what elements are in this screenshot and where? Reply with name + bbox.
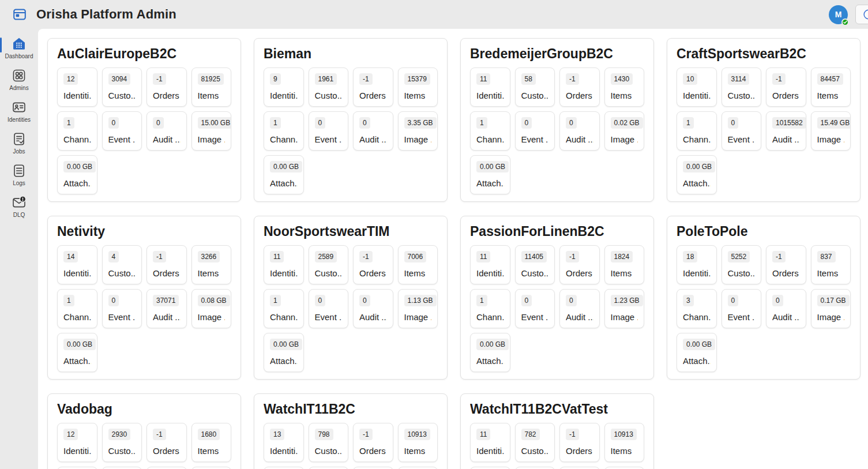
stat-tile[interactable]: 1824 Items <box>604 245 645 284</box>
sidebar-item-identities[interactable]: Identities <box>0 96 38 127</box>
stat-tile-empty[interactable] <box>57 467 97 469</box>
stat-tile-empty[interactable] <box>470 467 510 469</box>
stat-tile[interactable]: 10 Identiti... <box>677 67 717 107</box>
stat-tile[interactable]: 3266 Items <box>191 245 232 284</box>
stat-tile[interactable]: 0 Audit ... <box>559 289 600 328</box>
stat-tile[interactable]: 0.00 GB Attach... <box>57 155 97 194</box>
stat-tile[interactable]: 1 Chann... <box>470 289 510 328</box>
stat-tile[interactable]: 14 Identiti... <box>57 245 97 284</box>
stat-tile[interactable]: 10913 Items <box>604 423 645 462</box>
stat-tile[interactable]: 1015582 Audit ... <box>766 111 806 151</box>
stat-tile[interactable]: 1 Chann... <box>57 289 97 328</box>
stat-tile[interactable]: -1 Orders <box>353 245 393 284</box>
stat-tile[interactable]: -1 Orders <box>559 245 600 284</box>
stat-tile[interactable]: 1 Chann... <box>470 111 510 151</box>
stat-tile[interactable]: 0.00 GB Attach... <box>470 333 510 372</box>
stat-tile[interactable]: 1.13 GB Image ... <box>398 289 438 328</box>
stat-tile[interactable]: 0.17 GB Image ... <box>811 289 851 328</box>
sidebar-item-dlq[interactable]: DLQ <box>0 191 38 223</box>
stat-tile[interactable]: 0 Audit ... <box>559 111 600 151</box>
stat-tile[interactable]: 81925 Items <box>191 67 232 107</box>
stat-tile[interactable]: 0.00 GB Attach... <box>470 155 510 194</box>
stat-tile[interactable]: 0.08 GB Image ... <box>191 289 232 328</box>
stat-tile-empty[interactable] <box>264 467 304 469</box>
stat-tile[interactable]: -1 Orders <box>146 67 187 107</box>
user-avatar[interactable]: M <box>829 5 848 24</box>
stat-tile-empty[interactable] <box>604 467 645 469</box>
stat-tile[interactable]: -1 Orders <box>766 245 806 284</box>
stat-tile[interactable]: 15379 Items <box>398 67 438 107</box>
stat-tile[interactable]: 3114 Custo... <box>722 67 762 107</box>
stat-tile[interactable]: 3.35 GB Image ... <box>398 111 438 151</box>
stat-tile[interactable]: 11 Identiti... <box>264 245 304 284</box>
stat-tile[interactable]: -1 Orders <box>146 423 187 462</box>
stat-tile[interactable]: 1 Chann... <box>264 289 304 328</box>
sidebar-item-logs[interactable]: Logs <box>0 159 38 191</box>
stat-tile[interactable]: 11405 Custo... <box>515 245 555 284</box>
stat-tile[interactable]: 0 Audit ... <box>353 289 393 328</box>
stat-tile-empty[interactable] <box>515 467 555 469</box>
stat-tile[interactable]: 0.00 GB Attach... <box>264 333 304 372</box>
stat-tile[interactable]: 4 Custo... <box>102 245 142 284</box>
stat-tile[interactable]: 13 Identiti... <box>264 423 304 462</box>
stat-tile[interactable]: 12 Identiti... <box>57 67 97 107</box>
stat-tile[interactable]: 0 Event ... <box>722 111 762 151</box>
stat-tile[interactable]: 0.00 GB Attach... <box>57 333 97 372</box>
stat-tile[interactable]: 3094 Custo... <box>102 67 142 107</box>
stat-tile[interactable]: 0 Audit ... <box>766 289 806 328</box>
stat-tile-empty[interactable] <box>191 467 232 469</box>
stat-tile[interactable]: 1.23 GB Image ... <box>604 289 645 328</box>
stat-tile[interactable]: 0 Event ... <box>102 111 142 151</box>
stat-tile[interactable]: 0 Event ... <box>102 289 142 328</box>
sidebar-item-dashboard[interactable]: Dashboard <box>0 32 38 64</box>
stat-tile[interactable]: -1 Orders <box>559 423 600 462</box>
stat-tile[interactable]: 0.00 GB Attach... <box>677 155 717 194</box>
stat-tile-empty[interactable] <box>398 467 438 469</box>
sidebar-item-admins[interactable]: Admins <box>0 64 38 96</box>
stat-tile-empty[interactable] <box>102 467 142 469</box>
stat-tile[interactable]: 1430 Items <box>604 67 645 107</box>
stat-tile[interactable]: 1961 Custo... <box>309 67 349 107</box>
stat-tile[interactable]: 37071 Audit ... <box>146 289 187 328</box>
stat-tile[interactable]: 0 Audit ... <box>146 111 187 151</box>
stat-tile[interactable]: 11 Identiti... <box>470 423 510 462</box>
stat-tile[interactable]: 2589 Custo... <box>309 245 349 284</box>
stat-tile[interactable]: 84457 Items <box>811 67 851 107</box>
stat-tile[interactable]: 1680 Items <box>191 423 232 462</box>
stat-tile-empty[interactable] <box>309 467 349 469</box>
stat-tile[interactable]: -1 Orders <box>353 67 393 107</box>
stat-tile[interactable]: 15.00 GB Image ... <box>191 111 232 151</box>
stat-tile[interactable]: 1 Chann... <box>264 111 304 151</box>
stat-tile[interactable]: -1 Orders <box>559 67 600 107</box>
stat-tile[interactable]: 798 Custo... <box>309 423 349 462</box>
stat-tile[interactable]: 1 Chann... <box>57 111 97 151</box>
stat-tile-empty[interactable] <box>146 467 187 469</box>
stat-tile[interactable]: 2930 Custo... <box>102 423 142 462</box>
stat-tile[interactable]: 0.00 GB Attach... <box>264 155 304 194</box>
stat-tile[interactable]: 0 Audit ... <box>353 111 393 151</box>
stat-tile[interactable]: 837 Items <box>811 245 851 284</box>
stat-tile[interactable]: 11 Identiti... <box>470 67 510 107</box>
stat-tile[interactable]: 0.02 GB Image ... <box>604 111 645 151</box>
stat-tile[interactable]: 10913 Items <box>398 423 438 462</box>
stat-tile[interactable]: 12 Identiti... <box>57 423 97 462</box>
info-button[interactable] <box>855 5 868 24</box>
stat-tile[interactable]: 0 Event ... <box>722 289 762 328</box>
stat-tile[interactable]: 0 Event ... <box>309 289 349 328</box>
stat-tile-empty[interactable] <box>353 467 393 469</box>
stat-tile[interactable]: 3 Chann... <box>677 289 717 328</box>
stat-tile[interactable]: 9 Identiti... <box>264 67 304 107</box>
stat-tile[interactable]: 18 Identiti... <box>677 245 717 284</box>
stat-tile[interactable]: 11 Identiti... <box>470 245 510 284</box>
stat-tile[interactable]: 782 Custo... <box>515 423 555 462</box>
stat-tile-empty[interactable] <box>559 467 600 469</box>
stat-tile[interactable]: 1 Chann... <box>677 111 717 151</box>
stat-tile[interactable]: 0.00 GB Attach... <box>677 333 717 372</box>
stat-tile[interactable]: -1 Orders <box>766 67 806 107</box>
stat-tile[interactable]: 0 Event ... <box>515 289 555 328</box>
stat-tile[interactable]: 7006 Items <box>398 245 438 284</box>
stat-tile[interactable]: 0 Event ... <box>515 111 555 151</box>
stat-tile[interactable]: -1 Orders <box>353 423 393 462</box>
stat-tile[interactable]: 0 Event ... <box>309 111 349 151</box>
stat-tile[interactable]: 15.49 GB Image ... <box>811 111 851 151</box>
